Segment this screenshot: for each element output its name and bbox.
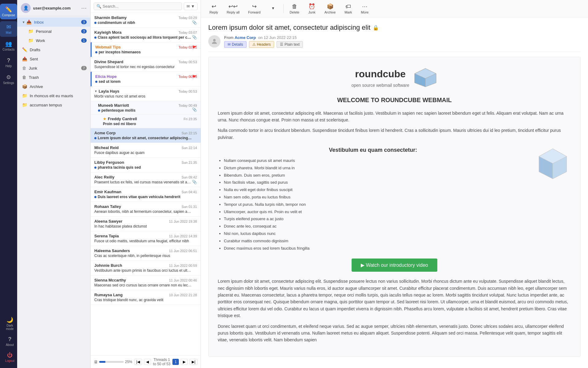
reply-all-button[interactable]: ↩↩ Reply all [223, 2, 243, 15]
from-name[interactable]: Acme Corp [235, 35, 256, 40]
email-item[interactable]: Kayleigh Mora Today 03:07 Class aptent t… [91, 28, 201, 42]
email-item[interactable]: Elicia Hope Today 00:49 sed ut lorem 🚩 [91, 72, 201, 86]
email-item[interactable]: Rohaan Talley Sun 01:31 Aenean lobortis,… [91, 202, 201, 217]
folder-item-personal[interactable]: 📁 Personal 3 [17, 27, 90, 36]
sidebar-item-about[interactable]: ? About [1, 334, 18, 349]
inbox-collapse-arrow[interactable]: ▼ [22, 21, 25, 24]
logo-tagline: open source webmail software [351, 82, 409, 89]
flag-icon: 🚩 [192, 45, 197, 50]
email-item-header: Divine Shepard Today 00:53 [94, 59, 197, 64]
sidebar-item-settings[interactable]: ⚙ Settings [0, 71, 17, 87]
email-item-header: Sienna Mccarthy 11 Jun 2022 00:46 [94, 278, 197, 282]
sender-avatar [208, 35, 221, 48]
list-item: Ullamcorper, auctor quis mi. Proin eu ve… [224, 209, 528, 215]
email-subject-line: Lorem ipsum dolor sit amet, consectetur … [208, 24, 581, 32]
contacts-label: Contacts [2, 48, 14, 51]
email-body-inner: roundcube open source webmail software W… [208, 57, 581, 357]
logo-text: roundcube open source webmail software [351, 66, 409, 89]
email-item-header: Kayleigh Mora Today 03:07 [94, 30, 197, 35]
watch-video-button[interactable]: ▶ Watch our introductory video [352, 259, 437, 272]
vestibulum-text: Vestibulum eu quam consectetur: Nullam c… [218, 146, 528, 252]
email-item[interactable]: Divine Shepard Today 00:53 Suspendisse i… [91, 57, 201, 72]
folder-item-accumsan[interactable]: 📁 accumsan tempus [17, 100, 90, 109]
folder-item-inbox[interactable]: ▼ 📥 Inbox 3 [17, 17, 90, 27]
email-item[interactable]: Johnnie Burch 11 Jun 2022 00:59 Vestibul… [91, 261, 201, 275]
email-item[interactable]: Micheal Reid Sun 22:14 Fusce dapibus aug… [91, 143, 201, 158]
secure-icon: 🔒 [373, 25, 379, 31]
email-item[interactable]: Webmail Tips Today 02:21 per inceptos hi… [91, 42, 201, 57]
reply-button[interactable]: ↩ Reply [206, 2, 222, 15]
mark-icon: 🏷 [345, 3, 351, 10]
email-item-header: Johnnie Burch 11 Jun 2022 00:59 [94, 263, 197, 268]
email-item[interactable]: Sienna Mccarthy 11 Jun 2022 00:46 Maecen… [91, 275, 201, 290]
email-time: Sun 09:42 [182, 175, 197, 179]
page-1-button[interactable]: 1 [172, 359, 179, 365]
search-input[interactable] [103, 4, 179, 9]
sidebar-item-dark-mode[interactable]: 🌙 Dark mode [1, 314, 18, 333]
thread-item[interactable]: ★ Freddy Cantrell Fri 23:35 Proin sed mi… [91, 115, 201, 128]
email-item[interactable]: Libby Ferguson Sun 21:35 pharetra lacini… [91, 158, 201, 172]
sidebar-item-logout[interactable]: ⏻ Logout [1, 350, 18, 365]
email-item[interactable]: ▼ Layla Hays Today 00:53 Morbi varius nu… [91, 86, 201, 101]
sidebar-item-help[interactable]: ? Help [0, 55, 17, 70]
sidebar-item-mail[interactable]: ✉ Mail [0, 21, 17, 37]
headers-badge[interactable]: ⚠ Headers [249, 41, 274, 48]
thread-item[interactable]: Muneeb Marriott Today 00:49 pellentesque… [91, 101, 201, 115]
next-page-button[interactable]: ▶ [181, 359, 188, 365]
cube-illustration [534, 146, 571, 182]
rhoncus-label: In rhoncus elit eu mauris [30, 94, 73, 98]
email-item[interactable]: Aleena Sawyer 11 Jun 2022 19:38 In hac h… [91, 217, 201, 231]
folder-item-trash[interactable]: 🗑 Trash [17, 73, 90, 82]
email-item[interactable]: Sharmin Bellamy Today 03:29 condimentum … [91, 13, 201, 28]
last-page-button[interactable]: ▶| [190, 359, 198, 365]
delete-button[interactable]: 🗑 Delete [286, 2, 303, 15]
folder-item-junk[interactable]: 🗑 Junk 7 [17, 63, 90, 73]
forward-dropdown-button[interactable]: ▼ [266, 5, 281, 12]
mark-button[interactable]: 🏷 Mark [341, 2, 356, 15]
email-meta-info: From Acme Corp on 12 Jun 2022 22:15 ✉ De… [224, 35, 581, 48]
email-list-panel: 🔍 ✉ ▼ Sharmin Bellamy Today 03:29 condim… [91, 0, 201, 368]
list-item: Nam sem odio, porta eu luctus finibus [224, 194, 528, 201]
junk-label: Junk [308, 10, 315, 14]
folder-item-sent[interactable]: 📤 Sent [17, 54, 90, 63]
email-para-3: Lorem ipsum dolor sit amet, consectetur … [218, 278, 571, 319]
email-item[interactable]: Emir Kaufman Sun 04:41 Duis laoreet eros… [91, 187, 201, 202]
folder-item-drafts[interactable]: ✏️ Drafts [17, 45, 90, 54]
list-item: Dictum pharetra. Morbi blandit id urna i… [224, 165, 528, 171]
attachment-icon: 📎 [192, 20, 197, 25]
inbox-badge: 3 [81, 20, 87, 24]
forward-button[interactable]: ↪ Forward [244, 2, 264, 15]
folder-item-in-rhoncus[interactable]: 📁 In rhoncus elit eu mauris [17, 91, 90, 100]
email-item[interactable]: Haleema Saunders 11 Jun 2022 06:51 Cras … [91, 246, 201, 261]
sidebar-item-contacts[interactable]: 👥 Contacts [0, 38, 17, 54]
filter-button[interactable]: ✉ ▼ [184, 2, 198, 10]
prev-page-button[interactable]: ◀ [144, 359, 151, 365]
more-button[interactable]: ⋯ More [357, 2, 372, 15]
first-page-button[interactable]: |◀ [134, 359, 142, 365]
email-item-header: Micheal Reid Sun 22:14 [94, 145, 197, 150]
search-box: 🔍 [94, 2, 182, 10]
email-item[interactable]: Alec Reilly Sun 09:42 Praesent luctus ex… [91, 172, 201, 187]
email-item-active[interactable]: Acme Corp Sun 22:15 Lorem ipsum dolor si… [91, 128, 201, 143]
help-label: Help [6, 64, 12, 68]
email-item[interactable]: Rumaysa Lang 10 Jun 2022 21:28 Cras tris… [91, 290, 201, 305]
video-button-container: ▶ Watch our introductory video [218, 259, 571, 272]
unread-indicator [94, 36, 96, 39]
junk-button[interactable]: ⏰ Junk [304, 2, 319, 15]
archive-button[interactable]: 📦 Archive [321, 2, 339, 15]
folder-menu-button[interactable]: ⋯ [81, 5, 87, 11]
plain-badge[interactable]: ☰ Plain text [277, 41, 303, 48]
email-item-header: ▼ Layla Hays Today 00:53 [94, 89, 197, 94]
rhoncus-icon: 📁 [22, 93, 27, 98]
sent-icon: 📤 [22, 56, 27, 61]
email-items: Sharmin Bellamy Today 03:29 condimentum … [91, 13, 201, 355]
sidebar-item-compose[interactable]: ✏️ Compose [0, 4, 17, 19]
email-sender: Johnnie Burch [94, 263, 122, 268]
email-time: Sun 21:35 [182, 161, 197, 164]
email-item[interactable]: Serena Tapia 11 Jun 2022 14:39 Fusce ut … [91, 231, 201, 246]
meta-badges: ✉ Details ⚠ Headers ☰ Plain text [224, 41, 581, 48]
folder-item-archive[interactable]: 📦 Archive [17, 82, 90, 91]
folder-item-work[interactable]: 📁 Work 1 [17, 36, 90, 45]
details-badge[interactable]: ✉ Details [224, 41, 247, 48]
email-subject: Proin sed mi libero [103, 122, 197, 126]
